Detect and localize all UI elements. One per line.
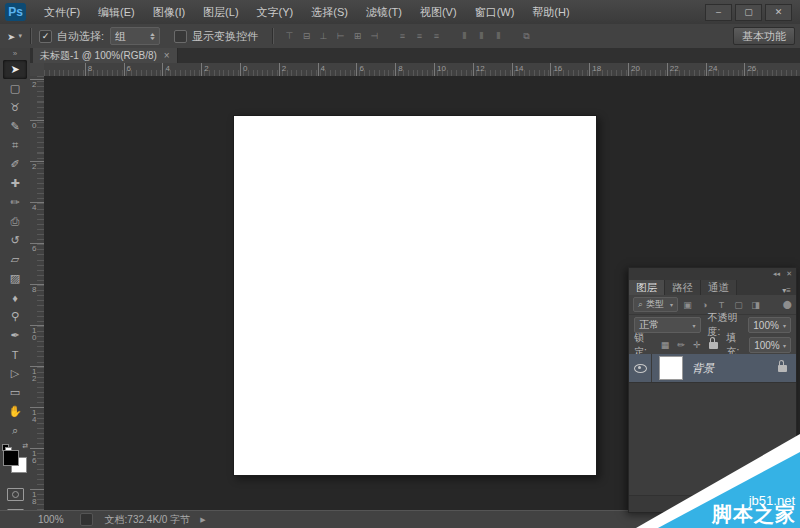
blend-mode-value: 正常 (639, 318, 659, 332)
crop-tool[interactable]: ⌗ (3, 136, 27, 155)
opacity-dropdown[interactable]: 100% ▾ (748, 317, 791, 333)
distribute-top-edges-icon[interactable]: ≡ (395, 29, 410, 43)
distribute-left-edges-icon[interactable]: ⫴ (457, 29, 472, 43)
spot-healing-brush-tool[interactable]: ✚ (3, 174, 27, 193)
lock-image-pixels-icon[interactable]: ✏ (675, 339, 688, 352)
preset-caret-icon[interactable]: ▾ (18, 32, 22, 40)
align-right-edges-icon[interactable]: ⊣ (367, 29, 382, 43)
collapse-panel-icon[interactable]: ◂◂ (773, 270, 780, 277)
ruler-tick (744, 63, 745, 76)
distribute-horizontal-centers-icon[interactable]: ⫴ (474, 29, 489, 43)
rectangle-tool[interactable]: ▭ (3, 383, 27, 402)
menu-view[interactable]: 视图(V) (411, 1, 466, 24)
lasso-tool[interactable]: ♉ (3, 98, 27, 117)
panel-menu-icon[interactable]: ▾≡ (782, 286, 796, 295)
brush-tool[interactable]: ✏ (3, 193, 27, 212)
menu-type[interactable]: 文字(Y) (248, 1, 303, 24)
quick-mask-mode-icon[interactable] (7, 488, 24, 501)
move-tool[interactable]: ➤ (3, 60, 27, 79)
ruler-label: 18 (592, 64, 601, 73)
ruler-tick (162, 63, 163, 76)
filter-pixel-layers-icon[interactable]: ▣ (680, 298, 695, 311)
lock-position-icon[interactable]: ✛ (691, 339, 704, 352)
eraser-tool[interactable]: ▱ (3, 250, 27, 269)
tools-list: ➤▢♉✎⌗✐✚✏⎙↺▱▨♦⚲✒T▷▭✋⌕ (3, 60, 27, 440)
filter-type-layers-icon[interactable]: T (714, 298, 729, 311)
align-bottom-edges-icon[interactable]: ⊥ (316, 29, 331, 43)
visibility-cell[interactable] (629, 354, 652, 382)
tools-collapse-icon[interactable]: » (13, 48, 17, 60)
document-tab[interactable]: 未标题-1 @ 100%(RGB/8) × (33, 48, 178, 63)
align-top-edges-icon[interactable]: ⊤ (282, 29, 297, 43)
distribute-bottom-edges-icon[interactable]: ≡ (429, 29, 444, 43)
lock-transparent-pixels-icon[interactable]: ▦ (659, 339, 672, 352)
pen-tool[interactable]: ✒ (3, 326, 27, 345)
gradient-tool[interactable]: ▨ (3, 269, 27, 288)
align-left-edges-icon[interactable]: ⊢ (333, 29, 348, 43)
menu-edit[interactable]: 编辑(E) (89, 1, 144, 24)
link-layers-icon[interactable]: ∞ (702, 500, 708, 509)
lock-all-icon[interactable] (707, 339, 720, 352)
tab-close-icon[interactable]: × (164, 50, 170, 61)
layer-row-background[interactable]: 背景 (629, 354, 796, 383)
menu-layer[interactable]: 图层(L) (194, 1, 247, 24)
menu-window[interactable]: 窗口(W) (466, 1, 524, 24)
workspace-switcher-button[interactable]: 基本功能 (733, 27, 795, 45)
status-popup-arrow-icon[interactable]: ▶ (200, 516, 205, 524)
distribute-right-edges-icon[interactable]: ⫴ (491, 29, 506, 43)
ruler-origin-corner[interactable] (30, 63, 45, 77)
lasso-tool-icon: ♉ (10, 101, 20, 114)
horizontal-ruler[interactable]: 864202468101214161820222426 (44, 63, 800, 77)
panel-close-icon[interactable]: ✕ (786, 270, 792, 277)
filter-adjustment-layers-icon[interactable]: ◑ (697, 298, 712, 311)
dodge-tool[interactable]: ⚲ (3, 307, 27, 326)
menu-help[interactable]: 帮助(H) (523, 1, 578, 24)
filter-shape-layers-icon[interactable]: ▢ (731, 298, 746, 311)
spot-healing-brush-tool-icon: ✚ (10, 177, 19, 190)
align-vertical-centers-icon[interactable]: ⊟ (299, 29, 314, 43)
menu-select[interactable]: 选择(S) (302, 1, 357, 24)
zoom-level-field[interactable]: 100% (38, 514, 64, 525)
eyedropper-tool-icon: ✐ (10, 158, 19, 171)
tab-paths[interactable]: 路径 (665, 280, 701, 295)
tab-layers[interactable]: 图层 (629, 280, 665, 295)
move-tool-preset-icon[interactable]: ➤ (7, 31, 15, 41)
auto-select-dropdown[interactable]: 组 ▲▼ (110, 27, 160, 45)
filter-smart-objects-icon[interactable]: ◨ (748, 298, 763, 311)
ruler-label: 2 (282, 64, 286, 73)
minimize-button[interactable]: – (705, 4, 732, 21)
foreground-color-swatch[interactable] (3, 450, 19, 466)
fill-dropdown[interactable]: 100% ▾ (749, 337, 791, 353)
distribute-vertical-centers-icon[interactable]: ≡ (412, 29, 427, 43)
options-bar: ➤ ▾ ✓ 自动选择: 组 ▲▼ 显示变换控件 ⊤⊟⊥⊢⊞⊣≡≡≡⫴⫴⫴⧉ 基本… (0, 24, 800, 49)
color-swatches: ⇄ (2, 444, 28, 480)
close-button[interactable]: ✕ (765, 4, 792, 21)
auto-align-layers-icon[interactable]: ⧉ (519, 29, 534, 43)
document-canvas[interactable] (233, 115, 597, 476)
quick-selection-tool[interactable]: ✎ (3, 117, 27, 136)
auto-select-checkbox[interactable]: ✓ (39, 30, 52, 43)
path-selection-tool[interactable]: ▷ (3, 364, 27, 383)
menu-filter[interactable]: 滤镜(T) (357, 1, 411, 24)
history-brush-tool[interactable]: ↺ (3, 231, 27, 250)
filter-toggle-icon[interactable]: ⬤ (783, 300, 792, 309)
tab-channels[interactable]: 通道 (701, 280, 737, 295)
zoom-tool[interactable]: ⌕ (3, 421, 27, 440)
filter-kind-dropdown[interactable]: ⌕ 类型 ▾ (633, 297, 678, 312)
maximize-button[interactable]: ▢ (735, 4, 762, 21)
vertical-ruler[interactable]: 2024681 01 21 41 61 8 (30, 76, 45, 511)
document-tab-title: 未标题-1 @ 100%(RGB/8) (40, 49, 157, 63)
align-horizontal-centers-icon[interactable]: ⊞ (350, 29, 365, 43)
eyedropper-tool[interactable]: ✐ (3, 155, 27, 174)
show-transform-checkbox[interactable] (174, 30, 187, 43)
swap-colors-icon[interactable]: ⇄ (22, 442, 28, 450)
menu-image[interactable]: 图像(I) (144, 1, 194, 24)
layer-name: 背景 (692, 361, 714, 376)
blur-tool[interactable]: ♦ (3, 288, 27, 307)
clone-stamp-tool[interactable]: ⎙ (3, 212, 27, 231)
horizontal-type-tool[interactable]: T (3, 345, 27, 364)
menu-file[interactable]: 文件(F) (35, 1, 89, 24)
hand-tool[interactable]: ✋ (3, 402, 27, 421)
layer-thumbnail[interactable] (659, 356, 683, 380)
rectangular-marquee-tool[interactable]: ▢ (3, 79, 27, 98)
